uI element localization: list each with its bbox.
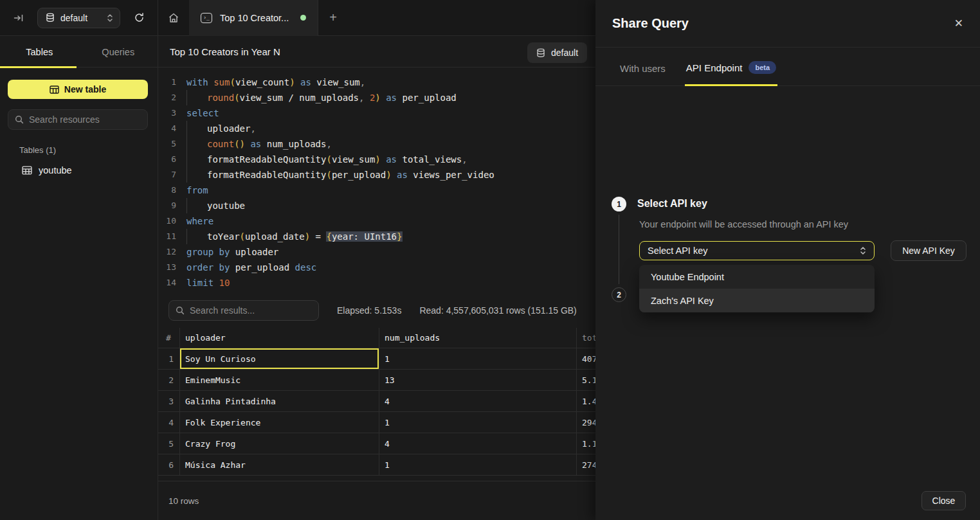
database-icon (46, 13, 55, 22)
query-tab[interactable]: ›_ Top 10 Creator... (189, 0, 318, 36)
cell-uploader[interactable]: Soy Un Curioso (180, 348, 379, 369)
terminal-icon: ›_ (201, 13, 212, 23)
results-search[interactable] (168, 300, 319, 321)
cell-num-uploads[interactable]: 4 (379, 391, 577, 411)
collapse-sidebar-icon (14, 13, 24, 23)
search-icon (15, 115, 24, 124)
cell-num-uploads[interactable]: 4 (379, 433, 577, 454)
row-count: 10 rows (168, 496, 199, 506)
indent-guide (186, 136, 207, 152)
row-index: 2 (158, 370, 180, 390)
cell-uploader[interactable]: Crazy Frog (180, 433, 379, 454)
results-search-input[interactable] (190, 305, 312, 316)
line-number: 4 (158, 121, 176, 136)
line-number: 10 (158, 213, 176, 229)
close-button[interactable]: Close (921, 491, 966, 510)
search-icon (176, 306, 185, 315)
collapse-sidebar-button[interactable] (9, 8, 28, 28)
line-number: 14 (158, 275, 176, 291)
cell-uploader[interactable]: Folk Experience (180, 412, 379, 433)
row-index: 1 (158, 348, 180, 369)
row-index: 5 (158, 433, 180, 454)
indent-guide (186, 198, 207, 213)
cell-uploader[interactable]: Galinha Pintadinha (180, 391, 379, 411)
api-key-select[interactable]: Select API key (639, 241, 875, 260)
cell-num-uploads[interactable]: 1 (379, 348, 577, 369)
unsaved-status-dot (300, 15, 306, 21)
step-1-description: Your endpoint will be accessed through a… (639, 219, 848, 229)
line-number: 6 (158, 152, 176, 167)
line-number: 12 (158, 244, 176, 260)
refresh-button[interactable] (129, 8, 149, 28)
row-index: 4 (158, 412, 180, 433)
indent-guide (186, 229, 207, 244)
close-icon[interactable]: ✕ (954, 17, 963, 30)
tab-api-endpoint-label: API Endpoint (686, 62, 743, 73)
tables-section-label: Tables (1) (19, 145, 158, 155)
sidebar: Tables Queries New table Tables (1) yout… (0, 36, 158, 520)
line-number: 2 (158, 90, 176, 105)
indent-guide (186, 90, 207, 105)
code-text: count() as num_uploads, (186, 136, 332, 152)
tab-queries[interactable]: Queries (79, 36, 158, 67)
column-header-uploader[interactable]: uploader (180, 328, 379, 348)
resource-search-input[interactable] (29, 114, 141, 125)
code-text: group by uploader (186, 244, 278, 260)
step-1-circle: 1 (612, 197, 626, 211)
run-database-selector[interactable]: default (527, 42, 587, 63)
row-index: 6 (158, 454, 180, 475)
line-number: 13 (158, 260, 176, 275)
share-panel-title: Share Query (612, 16, 689, 31)
resource-search[interactable] (8, 109, 148, 130)
cell-num-uploads[interactable]: 1 (379, 412, 577, 433)
tab-api-endpoint[interactable]: API Endpoint beta (685, 61, 777, 85)
api-key-menu-item[interactable]: Youtube Endpoint (639, 265, 875, 289)
code-text: order by per_upload desc (186, 260, 316, 275)
run-database-value: default (551, 48, 578, 58)
code-text: with sum(view_count) as view_sum, (186, 75, 365, 90)
tab-with-users[interactable]: With users (619, 63, 667, 85)
database-selector[interactable]: default (37, 8, 120, 28)
app-window: default ›_ Top 10 Creator... + (0, 0, 980, 520)
code-text: uploader, (186, 121, 256, 136)
new-table-label: New table (64, 84, 106, 94)
home-button[interactable] (158, 0, 189, 36)
share-query-panel: Share Query ✕ With users API Endpoint be… (595, 0, 980, 520)
beta-badge: beta (749, 61, 776, 74)
cell-uploader[interactable]: Música Azhar (180, 454, 379, 475)
sidebar-tabs: Tables Queries (0, 36, 158, 67)
database-selector-value: default (60, 13, 101, 23)
chevron-updown-icon (860, 246, 866, 255)
chevron-updown-icon (107, 13, 113, 22)
api-key-dropdown-menu: Youtube EndpointZach's API Key (639, 265, 875, 312)
code-text: from (186, 183, 208, 198)
code-text: formatReadableQuantity(per_upload) as vi… (186, 167, 495, 183)
code-text: select (186, 105, 219, 121)
code-text: youtube (186, 198, 245, 213)
step-1-title: Select API key (637, 198, 707, 210)
sidebar-item-youtube[interactable]: youtube (0, 163, 158, 178)
step-2-circle: 2 (612, 287, 626, 302)
share-panel-tabs: With users API Endpoint beta (595, 48, 980, 86)
home-icon (168, 12, 179, 24)
elapsed-stat: Elapsed: 5.153s (337, 305, 401, 316)
cell-num-uploads[interactable]: 1 (379, 454, 577, 475)
api-key-menu-item[interactable]: Zach's API Key (639, 289, 875, 312)
cell-uploader[interactable]: EminemMusic (180, 370, 379, 390)
line-number: 5 (158, 136, 176, 152)
share-panel-header: Share Query ✕ (595, 0, 980, 48)
column-header-num-uploads[interactable]: num_uploads (379, 328, 577, 348)
cell-num-uploads[interactable]: 13 (379, 370, 577, 390)
line-number: 8 (158, 183, 176, 198)
line-number: 3 (158, 105, 176, 121)
new-table-button[interactable]: New table (8, 80, 148, 99)
new-tab-button[interactable]: + (318, 0, 348, 36)
code-text: toYear(upload_date) = {year: UInt16} (186, 229, 403, 244)
column-header-index[interactable]: # (158, 328, 180, 348)
new-api-key-button[interactable]: New API Key (891, 240, 966, 261)
tab-tables[interactable]: Tables (0, 36, 79, 67)
code-text: where (186, 213, 213, 229)
indent-guide (186, 121, 207, 136)
line-number: 9 (158, 198, 176, 213)
query-title: Top 10 Creators in Year N (170, 46, 280, 57)
